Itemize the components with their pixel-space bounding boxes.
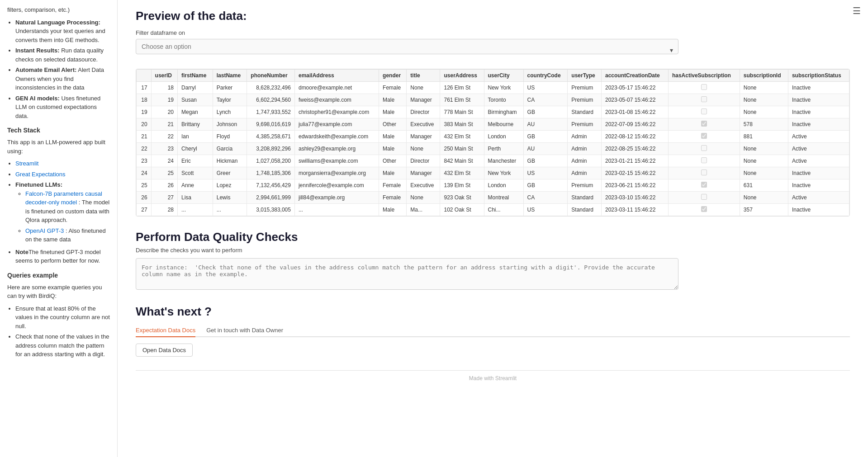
sidebar-feature-email-title: Automate Email Alert: — [15, 66, 76, 73]
table-cell: 20 — [137, 118, 152, 131]
table-cell: New York — [484, 167, 523, 179]
whats-next-title: What's next ? — [136, 305, 850, 319]
table-cell: 21 — [151, 118, 177, 131]
table-cell: 2023-01-08 15:46:22 — [601, 106, 668, 118]
table-cell: Taylor — [213, 94, 247, 106]
table-cell: AU — [523, 118, 568, 131]
table-cell: 139 Elm St — [440, 179, 484, 192]
table-cell: 578 — [740, 118, 788, 131]
table-cell: 842 Main St — [440, 155, 484, 167]
table-cell: 2023-01-21 15:46:22 — [601, 155, 668, 167]
table-cell: Inactive — [788, 167, 849, 179]
table-cell: Melbourne — [484, 118, 523, 131]
table-cell: Montreal — [484, 192, 523, 204]
filter-select-wrapper[interactable]: Choose an option — [136, 39, 678, 61]
table-cell: GB — [523, 179, 568, 192]
tab-get-in-touch[interactable]: Get in touch with Data Owner — [206, 324, 283, 337]
sidebar-feature-nlp-desc: Understands your text queries and conver… — [15, 28, 105, 43]
table-cell: Manager — [407, 131, 440, 143]
table-cell: 24 — [151, 155, 177, 167]
gpt3-link[interactable]: OpenAI GPT-3 — [25, 227, 64, 234]
sidebar-feature-instant-title: Instant Results: — [15, 47, 60, 54]
table-cell: Standard — [568, 204, 602, 216]
table-cell: Hickman — [213, 155, 247, 167]
sidebar: filters, comparison, etc.) Natural Langu… — [0, 0, 118, 457]
table-cell: 7,132,456,429 — [247, 179, 295, 192]
table-row: 2728......3,015,383,005...MaleMa...102 O… — [137, 204, 849, 216]
table-cell: ... — [213, 204, 247, 216]
table-cell: Active — [788, 192, 849, 204]
table-row: 2526AnneLopez7,132,456,429jennifercole@e… — [137, 179, 849, 192]
sidebar-features-list: Natural Language Processing: Understands… — [7, 18, 110, 121]
note-text: The finetuned GPT-3 model seems to perfo… — [15, 249, 101, 264]
table-cell: Male — [379, 204, 407, 216]
table-cell: 26 — [137, 192, 152, 204]
table-cell: Ian — [178, 131, 213, 143]
table-cell: 1,748,185,306 — [247, 167, 295, 179]
table-cell: GB — [523, 106, 568, 118]
main-content: Preview of the data: Filter dataframe on… — [118, 0, 868, 457]
table-cell: Lynch — [213, 106, 247, 118]
table-cell — [668, 179, 740, 192]
table-cell: 126 Elm St — [440, 82, 484, 94]
table-cell: 2023-03-10 15:46:22 — [601, 192, 668, 204]
table-cell: 778 Main St — [440, 106, 484, 118]
table-cell: Male — [379, 94, 407, 106]
table-cell: Parker — [213, 82, 247, 94]
sidebar-notes-list: NoteThe finetuned GPT-3 model seems to p… — [7, 248, 110, 265]
table-cell: 21 — [137, 131, 152, 143]
table-cell: 102 Oak St — [440, 204, 484, 216]
table-cell: Johnson — [213, 118, 247, 131]
table-cell: 357 — [740, 204, 788, 216]
table-row: 2223CherylGarcia3,208,892,296ashley29@ex… — [137, 143, 849, 155]
table-cell: 2022-07-09 15:46:22 — [601, 118, 668, 131]
table-cell: Standard — [568, 106, 602, 118]
quality-textarea[interactable] — [136, 258, 678, 290]
streamlit-link[interactable]: Streamlit — [15, 160, 38, 167]
col-usertype: userType — [568, 70, 602, 82]
great-expectations-link[interactable]: Great Expectations — [15, 171, 66, 178]
table-cell: ... — [294, 204, 379, 216]
table-cell: 1,027,058,200 — [247, 155, 295, 167]
table-cell: 22 — [151, 131, 177, 143]
footer: Made with Streamlit — [136, 370, 850, 382]
table-cell: 24 — [137, 167, 152, 179]
tab-expectation-data-docs[interactable]: Expectation Data Docs — [136, 324, 195, 337]
table-cell: Admin — [568, 143, 602, 155]
table-cell: 8,628,232,496 — [247, 82, 295, 94]
hamburger-menu[interactable]: ☰ — [853, 5, 861, 16]
table-cell: Anne — [178, 179, 213, 192]
col-title: title — [407, 70, 440, 82]
table-cell: Garcia — [213, 143, 247, 155]
table-cell: None — [740, 143, 788, 155]
table-row: 2425ScottGreer1,748,185,306morgansierra@… — [137, 167, 849, 179]
table-cell: London — [484, 179, 523, 192]
table-cell: Scott — [178, 167, 213, 179]
table-cell: Inactive — [788, 82, 849, 94]
table-cell: Male — [379, 167, 407, 179]
table-row: 1819SusanTaylor6,602,294,560fweiss@examp… — [137, 94, 849, 106]
table-cell: None — [740, 106, 788, 118]
table-row: 2627LisaLewis2,994,661,999jill84@example… — [137, 192, 849, 204]
table-row: 1920MeganLynch1,747,933,552christopher91… — [137, 106, 849, 118]
table-cell: Director — [407, 106, 440, 118]
sidebar-item-streamlit[interactable]: Streamlit — [15, 159, 110, 168]
table-cell: CA — [523, 192, 568, 204]
table-cell: 3,015,383,005 — [247, 204, 295, 216]
table-cell: Susan — [178, 94, 213, 106]
col-gender: gender — [379, 70, 407, 82]
table-cell: 27 — [137, 204, 152, 216]
col-usercity: userCity — [484, 70, 523, 82]
sidebar-item-great-expectations[interactable]: Great Expectations — [15, 170, 110, 179]
table-cell: 2023-05-07 15:46:22 — [601, 94, 668, 106]
table-cell: 631 — [740, 179, 788, 192]
open-docs-button[interactable]: Open Data Docs — [136, 344, 193, 357]
table-cell — [668, 192, 740, 204]
table-cell: 761 Elm St — [440, 94, 484, 106]
table-cell: None — [407, 143, 440, 155]
footer-streamlit-link[interactable]: Streamlit — [495, 375, 517, 382]
query-item-2: Check that none of the values in the add… — [15, 332, 110, 359]
filter-select[interactable]: Choose an option — [136, 39, 678, 54]
table-cell: Manager — [407, 94, 440, 106]
table-cell: 1,747,933,552 — [247, 106, 295, 118]
